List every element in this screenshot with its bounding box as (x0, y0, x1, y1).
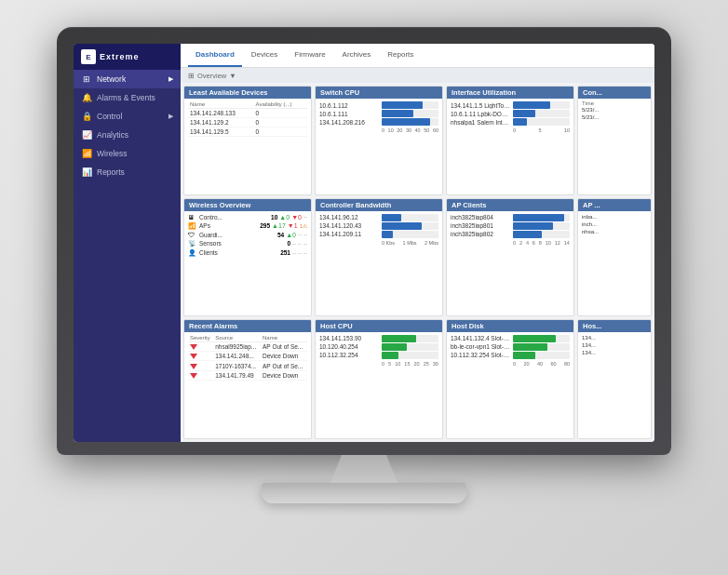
conn-partial-body: Time 5/23/... 5/23/... (578, 99, 651, 194)
bar-fill (382, 101, 423, 109)
main-content: Dashboard Devices Firmware Archives Repo… (181, 44, 654, 442)
monitor-stand-neck (327, 455, 401, 483)
logo-icon: E (81, 49, 96, 64)
bar-fill (382, 352, 398, 359)
device-avail: 0 (254, 118, 307, 127)
dash3: -- (303, 250, 307, 256)
switch-cpu-body: 10.6.1.112 10.6.1.111 (316, 99, 442, 194)
alarm-name-cell: Device Down (261, 352, 307, 361)
up-badge: ▲17 (272, 222, 286, 229)
tab-devices[interactable]: Devices (244, 44, 285, 67)
axis-label: 0 (382, 361, 384, 367)
axis-label: 5 (388, 361, 391, 367)
extra-badge: -- (303, 214, 307, 220)
bar-row: nhsalpa1 Salem Internal (451, 118, 570, 126)
network-arrow: ▶ (169, 75, 173, 83)
recent-alarms-body: Severity Source Name nhsal9925iap... (184, 332, 311, 438)
sidebar-item-network[interactable]: ⊞ Network ▶ (74, 70, 181, 88)
wireless-label: Sensors (199, 240, 270, 247)
top-nav: Dashboard Devices Firmware Archives Repo… (181, 44, 654, 68)
alarm-row: 1710Y-16374... AP Out of Se... (188, 361, 307, 370)
bar-label: 10.6.1.111 (319, 111, 380, 117)
alarm-row: nhsal9925iap... AP Out of Se... (188, 341, 307, 351)
bar-container (382, 335, 438, 342)
bar-container (513, 110, 570, 117)
tab-reports[interactable]: Reports (380, 44, 421, 67)
wireless-overview-body: 🖥 Contro... 10 ▲0 ▼0 -- 📶 APs 295 (184, 211, 311, 315)
bar-container (513, 101, 570, 109)
sidebar-item-control[interactable]: 🔒 Control ▶ (74, 107, 181, 126)
bar-label: nhsalpa1 Salem Internal (451, 119, 511, 126)
sidebar-item-wireless[interactable]: 📶 Wireless (74, 144, 181, 163)
widget-recent-alarms: Recent Alarms Severity Source Name (183, 319, 312, 439)
bar-container (513, 214, 570, 221)
least-available-table: Name Availability (...) 134.141.248.133 … (188, 100, 307, 137)
sidebar-item-analytics[interactable]: 📈 Analytics (74, 126, 181, 144)
bar-row: 134.141.96.12 (319, 214, 438, 221)
sidebar-item-reports[interactable]: 📊 Reports (74, 163, 181, 181)
ap-clients-header: AP Clients (447, 199, 573, 211)
sidebar-label-wireless: Wireless (97, 149, 128, 158)
controller-icon: 🖥 (188, 214, 197, 221)
bar-container (382, 214, 438, 221)
widget-least-available: Least Available Devices Name Availabilit… (183, 86, 312, 195)
col-source: Source (213, 334, 261, 342)
bar-container (513, 343, 570, 351)
up-badge: ▲0 (286, 232, 296, 238)
bar-axis: 0 5 10 15 20 25 30 (319, 360, 438, 367)
axis-label: 14 (564, 240, 570, 246)
host-row2: 134... (582, 341, 647, 349)
alarm-row: 134.141.248... Device Down (188, 352, 307, 361)
bar-axis: 0 20 40 60 80 (451, 360, 570, 367)
host-row1: 134... (582, 334, 647, 341)
alarms-icon: 🔔 (81, 93, 92, 102)
tab-firmware[interactable]: Firmware (287, 44, 332, 67)
wireless-count: 295 (251, 222, 270, 229)
bar-label: 10.120.40.254 (319, 343, 380, 350)
clients-icon: 👤 (188, 249, 197, 257)
bar-label: bb-le-cor-vpn1 Slot-1 Ma... (451, 343, 511, 350)
sidebar: E Extreme ⊞ Network ▶ 🔔 Alarms & Events … (74, 44, 181, 442)
col-severity: Severity (188, 334, 213, 342)
bar-container (382, 118, 438, 126)
bar-fill (382, 110, 413, 117)
bar-axis: 0 5 10 (451, 127, 570, 133)
axis-label: 1 Mbs (403, 240, 417, 246)
col-name: Name (188, 100, 254, 109)
network-icon: ⊞ (81, 74, 92, 84)
axis-label: 30 (406, 127, 411, 133)
axis-label: 5 (538, 127, 541, 133)
guardian-icon: 🛡 (188, 232, 197, 238)
axis-label: 20 (523, 361, 529, 367)
sidebar-item-alarms[interactable]: 🔔 Alarms & Events (74, 88, 181, 107)
wireless-label: Guardi... (199, 232, 263, 238)
source-cell: 1710Y-16374... (213, 361, 261, 370)
widget-host-cpu: Host CPU 134.141.153.90 10.120.40.254 (315, 319, 443, 439)
severity-cell (188, 370, 213, 380)
tab-dashboard[interactable]: Dashboard (188, 44, 242, 67)
widget-host-disk: Host Disk 134.141.132.4 Slot-1 Man... bb… (446, 319, 574, 439)
ap-clients-body: inch3825iap804 inch3825iap801 (447, 211, 573, 315)
bar-row: 134.141.132.4 Slot-1 Man... (451, 335, 570, 342)
axis-label: 10 (546, 240, 551, 246)
tab-archives[interactable]: Archives (335, 44, 379, 67)
axis-label: 20 (397, 127, 402, 133)
controller-bw-body: 134.141.96.12 134.141.120.43 (316, 211, 442, 315)
ap-row2: inch... (582, 221, 647, 228)
host-cpu-header: Host CPU (316, 320, 442, 332)
dash1: -- (292, 250, 296, 256)
axis-label: 4 (526, 240, 529, 246)
bar-fill (513, 110, 535, 117)
ap-partial-body: inba... inch... nhsa... (578, 211, 651, 315)
recent-alarms-header: Recent Alarms (184, 320, 311, 332)
widget-switch-cpu: Switch CPU 10.6.1.112 10.6.1.111 (315, 86, 443, 195)
axis-label: 0 (513, 361, 516, 367)
control-icon: 🔒 (81, 112, 92, 121)
source-cell: 134.141.79.49 (213, 370, 261, 380)
axis-label: 80 (564, 361, 570, 367)
bar-row: 10.6.1.111 (319, 110, 438, 117)
axis-label: 20 (414, 361, 420, 367)
bar-fill (513, 231, 542, 238)
bar-container (513, 352, 570, 359)
reports-icon: 📊 (81, 167, 92, 177)
